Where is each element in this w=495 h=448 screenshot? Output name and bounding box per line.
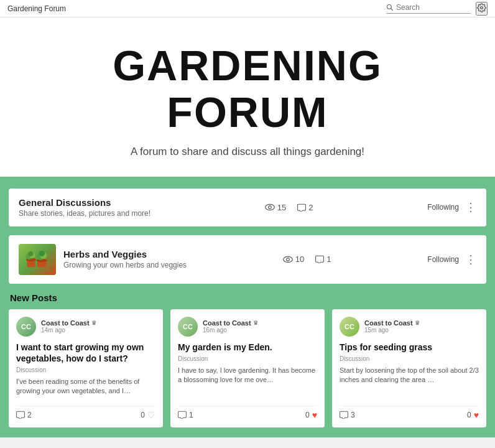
category-meta-herbs: 10 1: [283, 254, 331, 264]
hero-section: GARDENING FORUM A forum to share and dis…: [0, 17, 495, 179]
category-meta: 15 2: [265, 203, 313, 212]
svg-line-1: [391, 9, 393, 11]
new-posts-label: New Posts: [10, 292, 486, 303]
post-title-2: Tips for seeding grass: [340, 342, 479, 353]
crown-icon-2: ♛: [415, 320, 420, 326]
post-time-0: 14m ago: [41, 327, 96, 334]
category-card-herbs: Herbs and Veggies Growing your own herbs…: [9, 235, 486, 284]
post-comments-1: 1: [178, 411, 193, 419]
eye-icon-herbs: [283, 256, 293, 263]
post-header-1: CC Coast to Coast ♛ 16m ago: [178, 317, 317, 337]
more-options-button[interactable]: ⋮: [465, 202, 476, 213]
post-footer-2: 3 0 ♥: [340, 406, 479, 420]
category-actions-herbs: Following ⋮: [427, 254, 476, 265]
post-card-0[interactable]: CC Coast to Coast ♛ 14m ago I want to st…: [9, 309, 163, 427]
post-likes-2: 0 ♥: [467, 410, 479, 420]
category-description: Share stories, ideas, pictures and more!: [19, 209, 150, 218]
topnav-right: [386, 2, 488, 16]
svg-point-14: [39, 250, 45, 256]
category-actions: Following ⋮: [427, 202, 476, 213]
svg-point-3: [266, 204, 275, 210]
heart-icon-1[interactable]: ♥: [312, 410, 317, 420]
post-tag-2: Discussion: [340, 355, 479, 362]
crown-icon-1: ♛: [253, 320, 258, 326]
post-excerpt-2: Start by loosening the top of the soil a…: [340, 366, 479, 399]
post-card-1[interactable]: CC Coast to Coast ♛ 16m ago My garden is…: [170, 309, 325, 427]
svg-point-16: [287, 258, 290, 261]
hero-title: GARDENING FORUM: [12, 42, 483, 136]
comment-icon-post-0: [16, 411, 25, 419]
category-name-herbs: Herbs and Veggies: [63, 249, 187, 259]
eye-icon: [265, 203, 275, 211]
category-thumb: [19, 244, 56, 275]
more-options-button-herbs[interactable]: ⋮: [465, 254, 476, 265]
following-button-herbs[interactable]: Following: [427, 255, 459, 264]
category-name: General Discussions: [19, 197, 150, 208]
app-title: Gardening Forum: [7, 4, 66, 13]
post-author-info-1: Coast to Coast ♛ 16m ago: [203, 319, 258, 334]
following-button[interactable]: Following: [427, 203, 459, 212]
category-card-general: General Discussions Share stories, ideas…: [9, 189, 486, 226]
svg-point-2: [481, 6, 483, 9]
settings-button[interactable]: [476, 2, 488, 16]
comment-icon: [297, 203, 306, 212]
hero-subtitle: A forum to share and discuss all things …: [12, 146, 483, 158]
svg-point-4: [269, 206, 272, 209]
svg-point-15: [284, 256, 293, 262]
post-author-info-2: Coast to Coast ♛ 15m ago: [364, 319, 420, 334]
category-left-herbs: Herbs and Veggies Growing your own herbs…: [19, 244, 187, 275]
topnav: Gardening Forum: [0, 0, 495, 17]
svg-point-9: [28, 251, 33, 256]
post-tag-1: Discussion: [178, 355, 317, 362]
comments-count-herbs: 1: [315, 254, 331, 264]
post-title-1: My garden is my Eden.: [178, 342, 317, 353]
post-likes-1: 0 ♥: [305, 410, 317, 420]
main-content: General Discussions Share stories, ideas…: [0, 179, 495, 437]
category-info: General Discussions Share stories, ideas…: [19, 197, 150, 218]
post-footer-1: 1 0 ♥: [178, 406, 317, 420]
post-comments-0: 2: [16, 411, 32, 419]
views-count-herbs: 10: [283, 254, 304, 264]
post-likes-0: 0 ♡: [141, 410, 155, 420]
category-left: General Discussions Share stories, ideas…: [19, 197, 150, 218]
post-excerpt-0: I've been reading some of the benefits o…: [16, 377, 155, 399]
comments-count: 2: [297, 203, 313, 212]
views-count: 15: [265, 203, 286, 212]
crown-icon-0: ♛: [91, 320, 96, 326]
search-input[interactable]: [396, 3, 471, 12]
post-excerpt-1: I have to say, I love gardening. It has …: [178, 366, 317, 399]
post-header-0: CC Coast to Coast ♛ 14m ago: [16, 317, 155, 337]
search-wrapper[interactable]: [386, 3, 471, 14]
post-footer-0: 2 0 ♡: [16, 406, 155, 420]
post-card-2[interactable]: CC Coast to Coast ♛ 15m ago Tips for see…: [332, 309, 486, 427]
comment-icon-herbs: [315, 255, 324, 263]
heart-icon-0[interactable]: ♡: [147, 410, 155, 420]
post-author-name-1: Coast to Coast ♛: [203, 319, 258, 327]
post-title-0: I want to start growing my own vegetable…: [16, 342, 155, 364]
post-time-2: 15m ago: [364, 327, 420, 334]
comment-icon-post-1: [178, 411, 187, 419]
post-author-info-0: Coast to Coast ♛ 14m ago: [41, 319, 96, 334]
category-info-herbs: Herbs and Veggies Growing your own herbs…: [63, 249, 187, 269]
avatar-0: CC: [16, 317, 36, 337]
avatar-1: CC: [178, 317, 198, 337]
post-comments-2: 3: [340, 411, 355, 419]
post-tag-0: Discussion: [16, 366, 155, 373]
new-posts-section: New Posts CC Coast to Coast ♛ 14m ago I …: [9, 292, 486, 427]
heart-icon-2[interactable]: ♥: [474, 410, 479, 420]
post-header-2: CC Coast to Coast ♛ 15m ago: [340, 317, 479, 337]
category-description-herbs: Growing your own herbs and veggies: [63, 261, 187, 269]
avatar-2: CC: [340, 317, 359, 337]
post-author-name-0: Coast to Coast ♛: [41, 319, 96, 327]
search-icon: [386, 4, 394, 11]
posts-grid: CC Coast to Coast ♛ 14m ago I want to st…: [9, 309, 486, 427]
comment-icon-post-2: [340, 411, 348, 419]
categories-list: General Discussions Share stories, ideas…: [9, 189, 486, 284]
post-time-1: 16m ago: [203, 327, 258, 334]
post-author-name-2: Coast to Coast ♛: [364, 319, 420, 327]
